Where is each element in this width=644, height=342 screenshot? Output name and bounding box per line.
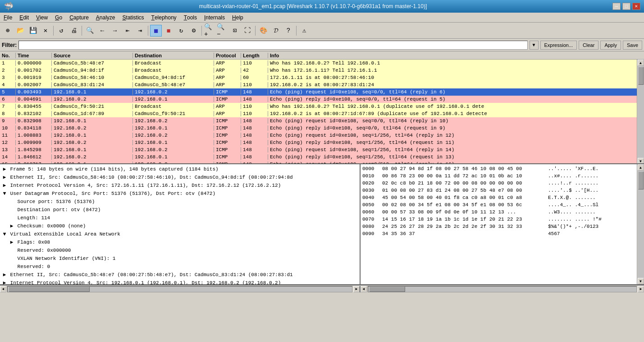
hex-hscroll-right-button[interactable]: ►: [638, 286, 644, 292]
hex-scrollbar-track[interactable]: [638, 171, 644, 278]
packet-row[interactable]: 6 0.004691 192.168.0.2 192.168.0.1 ICMP …: [0, 96, 637, 103]
hscroll-track[interactable]: [7, 286, 352, 292]
scrollbar-track[interactable]: [638, 66, 644, 158]
tree-expandable-item[interactable]: ▼ User Datagram Protocol, Src Port: 5137…: [0, 189, 360, 198]
packet-row[interactable]: 7 0.830455 CadmusCo_f9:50:21 Broadcast A…: [0, 103, 637, 110]
packet-row[interactable]: 14 1.846612 192.168.0.2 192.168.0.1 ICMP…: [0, 153, 637, 161]
toolbar-golast-button[interactable]: ⇥: [134, 25, 146, 37]
toolbar-capture-button[interactable]: ◼: [150, 25, 162, 37]
clear-button[interactable]: Clear: [579, 41, 598, 50]
menu-item-help[interactable]: Help: [228, 13, 247, 22]
hex-scrollbar-down[interactable]: ▼: [638, 278, 644, 284]
packet-row[interactable]: 13 1.845298 192.168.0.1 192.168.0.2 ICMP…: [0, 146, 637, 153]
toolbar-open-button[interactable]: 📂: [14, 25, 26, 37]
tree-leaf-item[interactable]: Source port: 51376 (51376): [0, 198, 360, 206]
expand-icon[interactable]: ▶: [2, 279, 7, 284]
toolbar-next-button[interactable]: →: [109, 25, 121, 37]
menu-item-view[interactable]: View: [32, 13, 51, 22]
tree-expandable-item[interactable]: ▶ Internet Protocol Version 4, Src: 172.…: [0, 181, 360, 189]
menu-item-edit[interactable]: Edit: [16, 13, 32, 22]
tree-leaf-item[interactable]: Length: 114: [0, 214, 360, 222]
minimize-button[interactable]: ─: [612, 3, 621, 10]
expand-icon[interactable]: ▶: [9, 239, 14, 246]
menu-item-analyze[interactable]: Analyze: [92, 13, 119, 22]
close-button[interactable]: ✕: [632, 3, 640, 10]
toolbar-zoom-out-button[interactable]: 🔍−: [216, 25, 228, 37]
toolbar-reload-button[interactable]: ↺: [55, 25, 67, 37]
toolbar-options-button[interactable]: ⚙: [188, 25, 200, 37]
menu-item-capture[interactable]: Capture: [66, 13, 92, 22]
toolbar-decode-button[interactable]: 𝓓: [270, 25, 282, 37]
packet-row[interactable]: 2 0.001702 CadmusCo_94:8d:1f Broadcast A…: [0, 67, 637, 74]
toolbar-fullscreen-button[interactable]: ⛶: [242, 25, 253, 37]
expand-icon[interactable]: ▶: [2, 174, 7, 181]
tree-expandable-item[interactable]: ▶ Frame 5: 148 bytes on wire (1184 bits)…: [0, 165, 360, 173]
toolbar-restart-button[interactable]: ↻: [175, 25, 187, 37]
toolbar-zoom-in-button[interactable]: 🔍+: [204, 25, 215, 37]
hscroll-left-button[interactable]: ◄: [0, 286, 6, 292]
menu-item-telephony[interactable]: Telephony: [148, 13, 180, 22]
toolbar-coloring-button[interactable]: 🎨: [257, 25, 269, 37]
collapse-icon[interactable]: ▼: [2, 231, 7, 238]
collapse-icon[interactable]: ▼: [2, 190, 7, 197]
toolbar-new-button[interactable]: ⊕: [2, 25, 14, 37]
expression-button[interactable]: Expression...: [540, 41, 577, 50]
hscroll-right-button[interactable]: ►: [353, 286, 360, 292]
tree-expandable-item[interactable]: ▶ Ethernet II, Src: CadmusCo_5b:48:e7 (0…: [0, 271, 360, 279]
hex-hscroll-track[interactable]: [368, 286, 637, 292]
packet-row[interactable]: 9 0.832908 192.168.0.1 192.168.0.2 ICMP …: [0, 117, 637, 125]
hex-hscroll-thumb[interactable]: [369, 287, 405, 292]
packet-row[interactable]: 12 1.009909 192.168.0.2 192.168.0.1 ICMP…: [0, 139, 637, 146]
packet-row[interactable]: 1 0.000000 CadmusCo_5b:48:e7 Broadcast A…: [0, 60, 637, 67]
expand-icon[interactable]: ▶: [2, 182, 7, 189]
tree-expandable-item[interactable]: ▶ Internet Protocol Version 4, Src: 192.…: [0, 279, 360, 284]
scrollbar-down-button[interactable]: ▼: [638, 158, 644, 164]
menu-item-go[interactable]: Go: [51, 13, 66, 22]
tree-expandable-item[interactable]: ▶ Ethernet II, Src: CadmusCo_58:46:10 (0…: [0, 173, 360, 181]
toolbar-find-button[interactable]: 🔍: [84, 25, 96, 37]
hscroll-thumb[interactable]: [9, 287, 90, 292]
hex-scrollbar[interactable]: ▲ ▼: [637, 164, 644, 284]
hex-scrollbar-up[interactable]: ▲: [638, 164, 644, 171]
toolbar-help-button[interactable]: ?: [283, 25, 294, 37]
expand-icon[interactable]: ▶: [2, 166, 7, 173]
apply-button[interactable]: Apply: [600, 41, 621, 50]
packet-list-scrollbar[interactable]: ▲ ▼: [637, 60, 644, 164]
toolbar-save-button[interactable]: 💾: [27, 25, 39, 37]
scrollbar-up-button[interactable]: ▲: [638, 60, 644, 66]
tree-expandable-item[interactable]: ▼ Virtual eXtensible Local Area Network: [0, 230, 360, 238]
packet-row[interactable]: 10 0.834118 192.168.0.2 192.168.0.1 ICMP…: [0, 125, 637, 132]
tree-leaf-item[interactable]: VXLAN Network Identifier (VNI): 1: [0, 254, 360, 263]
menu-item-tools[interactable]: Tools: [180, 13, 201, 22]
toolbar-print-button[interactable]: 🖨: [68, 25, 80, 37]
packet-row[interactable]: 11 1.008883 192.168.0.1 192.168.0.2 ICMP…: [0, 132, 637, 139]
filter-input[interactable]: [18, 41, 527, 50]
packet-row[interactable]: 8 0.832102 CadmusCo_1d:67:89 CadmusCo_f9…: [0, 110, 637, 117]
hex-hscroll-left-button[interactable]: ◄: [361, 286, 367, 292]
filter-dropdown[interactable]: ▼: [530, 41, 539, 50]
toolbar-stop-button[interactable]: ◼: [163, 25, 174, 37]
menu-item-statistics[interactable]: Statistics: [119, 13, 148, 22]
toolbar-gofirst-button[interactable]: ⇤: [122, 25, 133, 37]
tree-leaf-item[interactable]: Destination port: otv (8472): [0, 206, 360, 214]
menu-item-file[interactable]: File: [0, 13, 16, 22]
toolbar-zoom-normal-button[interactable]: ⊡: [229, 25, 241, 37]
tree-leaf-item[interactable]: Reserved: 0x000000: [0, 246, 360, 254]
scrollbar-thumb[interactable]: [638, 67, 644, 85]
packet-row[interactable]: 4 0.002007 CadmusCo_83:d1:24 CadmusCo_5b…: [0, 81, 637, 88]
tree-expandable-item[interactable]: ▶ Flags: 0x08: [0, 238, 360, 246]
tree-expandable-item[interactable]: ▶ Checksum: 0x0000 (none): [0, 222, 360, 230]
expand-icon[interactable]: ▶: [2, 271, 7, 278]
packet-row[interactable]: 15 2.018717 192.168.0.1 192.168.0.2 ICMP…: [0, 161, 637, 164]
toolbar-expert-button[interactable]: ⚠: [298, 25, 310, 37]
toolbar-close-button[interactable]: ✕: [40, 25, 51, 37]
packet-row[interactable]: 3 0.001919 CadmusCo_58:46:10 CadmusCo_94…: [0, 74, 637, 81]
tree-leaf-item[interactable]: Reserved: 0: [0, 263, 360, 271]
maximize-button[interactable]: □: [622, 3, 630, 10]
toolbar-prev-button[interactable]: ←: [96, 25, 108, 37]
packet-row[interactable]: 5 0.003493 192.168.0.1 192.168.0.2 ICMP …: [0, 88, 637, 96]
save-button[interactable]: Save: [623, 41, 642, 50]
menu-item-internals[interactable]: Internals: [201, 13, 228, 22]
expand-icon[interactable]: ▶: [9, 222, 14, 230]
hex-scrollbar-thumb[interactable]: [638, 171, 644, 189]
